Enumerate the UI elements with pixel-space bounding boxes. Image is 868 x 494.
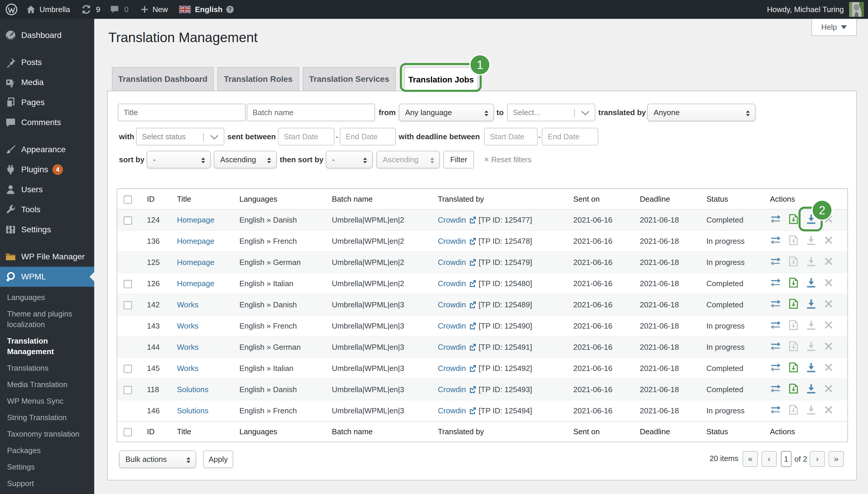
svg-text:?: ? [228, 6, 231, 12]
